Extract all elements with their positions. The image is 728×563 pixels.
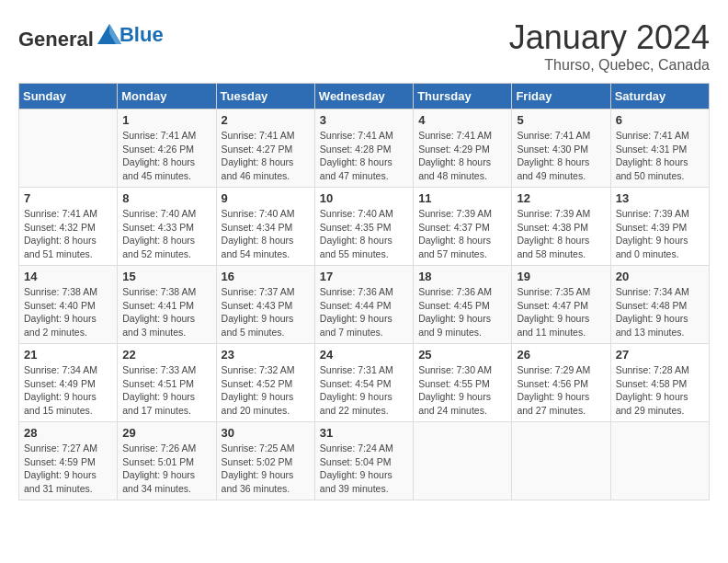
day-number: 30 — [222, 426, 310, 440]
cell-content: Sunrise: 7:35 AMSunset: 4:47 PMDaylight:… — [517, 285, 605, 339]
calendar-cell: 24Sunrise: 7:31 AMSunset: 4:54 PMDayligh… — [314, 344, 413, 422]
week-row-4: 21Sunrise: 7:34 AMSunset: 4:49 PMDayligh… — [19, 344, 710, 422]
cell-content: Sunrise: 7:36 AMSunset: 4:45 PMDaylight:… — [418, 285, 506, 339]
week-row-1: 1Sunrise: 7:41 AMSunset: 4:26 PMDaylight… — [19, 109, 710, 188]
logo-blue-text: Blue — [119, 23, 164, 47]
cell-content: Sunrise: 7:41 AMSunset: 4:30 PMDaylight:… — [517, 129, 605, 183]
cell-content: Sunrise: 7:41 AMSunset: 4:28 PMDaylight:… — [320, 129, 408, 183]
day-number: 17 — [320, 270, 408, 283]
calendar-cell: 10Sunrise: 7:40 AMSunset: 4:35 PMDayligh… — [314, 188, 413, 266]
day-number: 18 — [418, 270, 506, 283]
calendar-cell: 11Sunrise: 7:39 AMSunset: 4:37 PMDayligh… — [414, 188, 512, 266]
calendar-cell: 4Sunrise: 7:41 AMSunset: 4:29 PMDaylight… — [414, 109, 512, 188]
calendar-cell: 13Sunrise: 7:39 AMSunset: 4:39 PMDayligh… — [610, 188, 709, 266]
weekday-header-friday: Friday — [512, 84, 610, 109]
location-title: Thurso, Quebec, Canada — [509, 57, 710, 74]
calendar-cell: 9Sunrise: 7:40 AMSunset: 4:34 PMDaylight… — [216, 188, 314, 266]
cell-content: Sunrise: 7:41 AMSunset: 4:31 PMDaylight:… — [616, 129, 704, 183]
calendar-cell: 28Sunrise: 7:27 AMSunset: 4:59 PMDayligh… — [19, 422, 118, 500]
calendar-cell: 14Sunrise: 7:38 AMSunset: 4:40 PMDayligh… — [19, 266, 118, 344]
month-title: January 2024 — [509, 18, 710, 57]
day-number: 12 — [517, 191, 605, 205]
weekday-header-tuesday: Tuesday — [216, 84, 314, 109]
day-number: 2 — [222, 113, 310, 127]
calendar-cell: 18Sunrise: 7:36 AMSunset: 4:45 PMDayligh… — [414, 266, 512, 344]
day-number: 28 — [24, 426, 112, 440]
calendar-cell: 7Sunrise: 7:41 AMSunset: 4:32 PMDaylight… — [19, 188, 118, 266]
calendar-cell: 31Sunrise: 7:24 AMSunset: 5:04 PMDayligh… — [314, 422, 413, 500]
cell-content: Sunrise: 7:41 AMSunset: 4:27 PMDaylight:… — [222, 129, 310, 183]
calendar-cell — [512, 422, 610, 500]
day-number: 26 — [517, 348, 605, 362]
cell-content: Sunrise: 7:34 AMSunset: 4:48 PMDaylight:… — [616, 285, 704, 339]
day-number: 22 — [122, 348, 210, 362]
calendar-cell — [610, 422, 709, 500]
week-row-5: 28Sunrise: 7:27 AMSunset: 4:59 PMDayligh… — [19, 422, 710, 500]
day-number: 31 — [320, 426, 408, 440]
cell-content: Sunrise: 7:36 AMSunset: 4:44 PMDaylight:… — [320, 285, 408, 339]
day-number: 29 — [122, 426, 210, 440]
calendar-cell: 26Sunrise: 7:29 AMSunset: 4:56 PMDayligh… — [512, 344, 610, 422]
cell-content: Sunrise: 7:37 AMSunset: 4:43 PMDaylight:… — [222, 285, 310, 339]
day-number: 6 — [616, 113, 704, 127]
cell-content: Sunrise: 7:34 AMSunset: 4:49 PMDaylight:… — [24, 363, 112, 418]
logo: General Blue — [18, 18, 164, 52]
cell-content: Sunrise: 7:38 AMSunset: 4:41 PMDaylight:… — [122, 285, 210, 339]
day-number: 25 — [418, 348, 506, 362]
day-number: 3 — [320, 113, 408, 127]
cell-content: Sunrise: 7:28 AMSunset: 4:58 PMDaylight:… — [616, 363, 704, 418]
calendar-cell: 3Sunrise: 7:41 AMSunset: 4:28 PMDaylight… — [314, 109, 413, 188]
calendar-cell: 6Sunrise: 7:41 AMSunset: 4:31 PMDaylight… — [610, 109, 709, 188]
calendar-cell: 8Sunrise: 7:40 AMSunset: 4:33 PMDaylight… — [118, 188, 216, 266]
weekday-header-thursday: Thursday — [414, 84, 512, 109]
cell-content: Sunrise: 7:26 AMSunset: 5:01 PMDaylight:… — [122, 442, 210, 496]
cell-content: Sunrise: 7:38 AMSunset: 4:40 PMDaylight:… — [24, 285, 112, 339]
calendar-cell: 23Sunrise: 7:32 AMSunset: 4:52 PMDayligh… — [216, 344, 314, 422]
calendar-cell: 19Sunrise: 7:35 AMSunset: 4:47 PMDayligh… — [512, 266, 610, 344]
day-number: 5 — [517, 113, 605, 127]
day-number: 21 — [24, 348, 112, 362]
calendar-cell: 21Sunrise: 7:34 AMSunset: 4:49 PMDayligh… — [19, 344, 118, 422]
day-number: 13 — [616, 191, 704, 205]
header: General Blue January 2024 Thurso, Quebec… — [18, 18, 710, 74]
calendar-cell: 20Sunrise: 7:34 AMSunset: 4:48 PMDayligh… — [610, 266, 709, 344]
weekday-header-sunday: Sunday — [19, 84, 118, 109]
weekday-header-row: SundayMondayTuesdayWednesdayThursdayFrid… — [19, 84, 710, 109]
cell-content: Sunrise: 7:39 AMSunset: 4:37 PMDaylight:… — [418, 207, 506, 261]
day-number: 27 — [616, 348, 704, 362]
calendar-cell: 16Sunrise: 7:37 AMSunset: 4:43 PMDayligh… — [216, 266, 314, 344]
logo-general-text: General — [18, 28, 94, 51]
cell-content: Sunrise: 7:32 AMSunset: 4:52 PMDaylight:… — [222, 363, 310, 418]
cell-content: Sunrise: 7:40 AMSunset: 4:33 PMDaylight:… — [122, 207, 210, 261]
day-number: 11 — [418, 191, 506, 205]
weekday-header-monday: Monday — [118, 84, 216, 109]
day-number: 10 — [320, 191, 408, 205]
calendar-cell: 15Sunrise: 7:38 AMSunset: 4:41 PMDayligh… — [118, 266, 216, 344]
cell-content: Sunrise: 7:39 AMSunset: 4:39 PMDaylight:… — [616, 207, 704, 261]
cell-content: Sunrise: 7:41 AMSunset: 4:29 PMDaylight:… — [418, 129, 506, 183]
cell-content: Sunrise: 7:27 AMSunset: 4:59 PMDaylight:… — [24, 442, 112, 496]
cell-content: Sunrise: 7:33 AMSunset: 4:51 PMDaylight:… — [122, 363, 210, 418]
calendar-cell: 2Sunrise: 7:41 AMSunset: 4:27 PMDaylight… — [216, 109, 314, 188]
day-number: 19 — [517, 270, 605, 283]
cell-content: Sunrise: 7:40 AMSunset: 4:34 PMDaylight:… — [222, 207, 310, 261]
day-number: 9 — [222, 191, 310, 205]
cell-content: Sunrise: 7:24 AMSunset: 5:04 PMDaylight:… — [320, 442, 408, 496]
title-area: January 2024 Thurso, Quebec, Canada — [509, 18, 710, 74]
calendar-cell: 1Sunrise: 7:41 AMSunset: 4:26 PMDaylight… — [118, 109, 216, 188]
day-number: 4 — [418, 113, 506, 127]
calendar-table: SundayMondayTuesdayWednesdayThursdayFrid… — [18, 83, 710, 500]
cell-content: Sunrise: 7:31 AMSunset: 4:54 PMDaylight:… — [320, 363, 408, 418]
day-number: 23 — [222, 348, 310, 362]
cell-content: Sunrise: 7:40 AMSunset: 4:35 PMDaylight:… — [320, 207, 408, 261]
day-number: 8 — [122, 191, 210, 205]
cell-content: Sunrise: 7:41 AMSunset: 4:26 PMDaylight:… — [122, 129, 210, 183]
week-row-2: 7Sunrise: 7:41 AMSunset: 4:32 PMDaylight… — [19, 188, 710, 266]
cell-content: Sunrise: 7:30 AMSunset: 4:55 PMDaylight:… — [418, 363, 506, 418]
day-number: 7 — [24, 191, 112, 205]
day-number: 1 — [122, 113, 210, 127]
cell-content: Sunrise: 7:25 AMSunset: 5:02 PMDaylight:… — [222, 442, 310, 496]
day-number: 14 — [24, 270, 112, 283]
cell-content: Sunrise: 7:29 AMSunset: 4:56 PMDaylight:… — [517, 363, 605, 418]
calendar-cell: 25Sunrise: 7:30 AMSunset: 4:55 PMDayligh… — [414, 344, 512, 422]
